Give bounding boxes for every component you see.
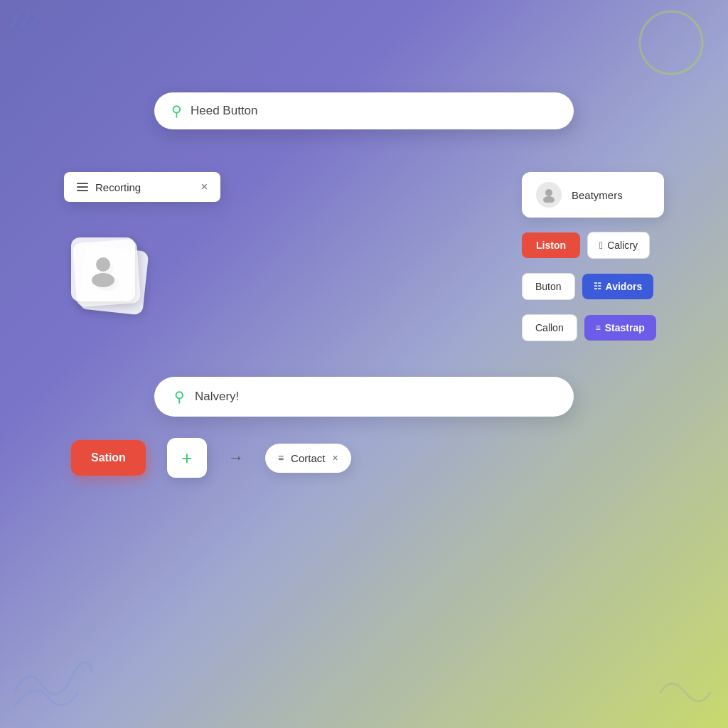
buton-button[interactable]: Buton [522, 273, 575, 300]
svg-point-10 [545, 189, 552, 196]
search-bar-top[interactable]: ⚲ Heed Button [154, 92, 574, 129]
hamburger-icon [77, 183, 88, 191]
avatar-card-stack [71, 237, 149, 323]
action-row: Sation + → ≡ Cortact × [64, 438, 351, 478]
user-avatar [536, 182, 562, 208]
calicry-label: Calicry [607, 240, 638, 251]
sation-button[interactable]: Sation [71, 440, 146, 476]
search-bar-bottom[interactable]: ⚲ Nalvery! [154, 377, 574, 417]
arrow-icon: → [228, 449, 244, 467]
plus-icon: + [181, 447, 192, 469]
dropdown-label: Recorting [95, 181, 141, 193]
dropdown-close-icon[interactable]: × [201, 181, 208, 193]
search-icon-top: ⚲ [171, 102, 182, 119]
tag-label: Cortact [291, 452, 325, 464]
tag-close-icon[interactable]: × [332, 452, 338, 464]
callon-button[interactable]: Callon [522, 314, 577, 341]
grid-icon: ☷ [594, 282, 601, 291]
menu-icon-tag: ≡ [278, 452, 284, 464]
avidors-button[interactable]: ☷ Avidors [582, 274, 654, 299]
button-pair-row-3: Callon ≡ Stastrap [522, 314, 656, 341]
stastrap-button[interactable]: ≡ Stastrap [584, 315, 656, 341]
menu-icon-stastrap: ≡ [596, 323, 601, 333]
user-card: Beatymers [522, 172, 664, 218]
person-icon-card [541, 187, 557, 203]
user-name: Beatymers [572, 189, 623, 201]
svg-point-11 [543, 196, 555, 203]
svg-point-8 [96, 257, 110, 272]
avidors-label: Avidors [606, 281, 643, 292]
liston-button[interactable]: Liston [522, 232, 580, 258]
plus-button[interactable]: + [167, 438, 207, 478]
dropdown-left: Recorting [77, 181, 141, 193]
search-bar-top-value: Heed Button [191, 104, 258, 118]
person-icon-front [85, 252, 121, 287]
calicry-button[interactable]:  Calicry [587, 232, 650, 259]
button-pair-row-1: Liston  Calicry [522, 232, 650, 259]
search-icon-bottom: ⚲ [174, 388, 185, 405]
stastrap-label: Stastrap [605, 322, 645, 333]
tag-chip: ≡ Cortact × [265, 444, 351, 473]
avatar-card-front [71, 237, 135, 301]
svg-point-9 [92, 273, 114, 287]
search-bar-bottom-value: Nalvery! [195, 390, 239, 404]
dropdown-select[interactable]: Recorting × [64, 172, 220, 202]
button-pair-row-2: Buton ☷ Avidors [522, 273, 653, 300]
apple-icon:  [599, 240, 603, 251]
